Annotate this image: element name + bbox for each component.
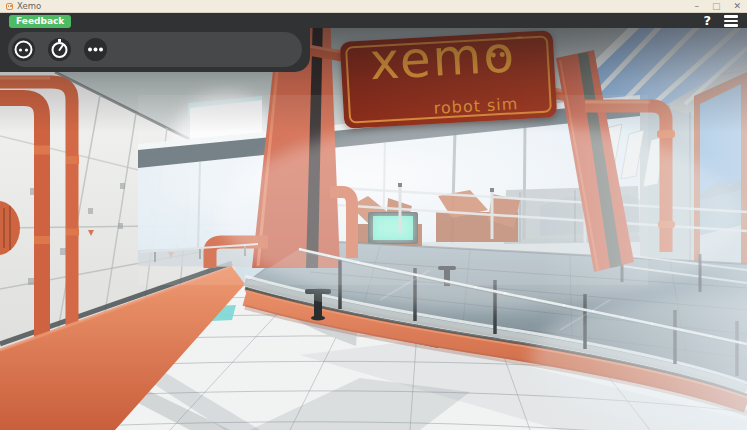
menu-icon[interactable] bbox=[724, 14, 738, 27]
maximize-button[interactable]: □ bbox=[712, 0, 721, 13]
minimize-button[interactable]: – bbox=[694, 0, 699, 13]
app-window: Xemo – □ ✕ bbox=[0, 0, 747, 430]
topbar-right: ? bbox=[703, 13, 747, 28]
stopwatch-icon[interactable] bbox=[48, 38, 71, 61]
robot-face-icon[interactable] bbox=[12, 38, 35, 61]
xemo-sign: xemo™ robot sim bbox=[340, 30, 558, 129]
window-title: Xemo bbox=[17, 0, 41, 13]
game-topbar: Feedback ? bbox=[0, 13, 747, 28]
close-button[interactable]: ✕ bbox=[733, 0, 741, 13]
game-viewport[interactable]: xemo™ robot sim Feedback ? bbox=[0, 13, 747, 430]
sign-brand-smiley-o: o bbox=[482, 28, 517, 82]
sign-brand-text: xem bbox=[368, 27, 485, 91]
titlebar: Xemo – □ ✕ bbox=[0, 0, 747, 13]
help-button[interactable]: ? bbox=[703, 13, 711, 28]
sign-trademark: ™ bbox=[515, 35, 525, 45]
ellipsis-icon[interactable] bbox=[84, 38, 107, 61]
app-icon bbox=[6, 3, 13, 10]
toolbar-panel bbox=[0, 28, 310, 72]
window-controls: – □ ✕ bbox=[694, 0, 741, 13]
toolbar bbox=[8, 32, 302, 67]
feedback-button[interactable]: Feedback bbox=[9, 15, 71, 28]
